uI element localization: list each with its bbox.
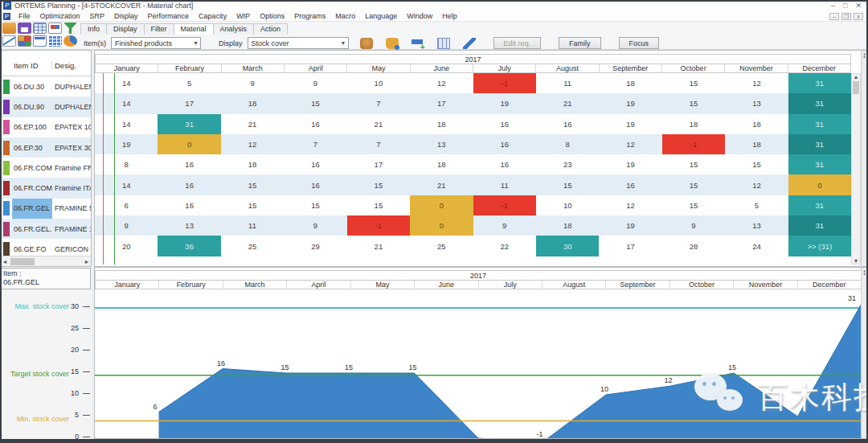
stock-cover-cell[interactable]: 8 <box>95 154 158 174</box>
scroll-right-icon[interactable]: ► <box>83 259 91 265</box>
mdi-minimize-icon[interactable]: – <box>829 13 839 20</box>
item-id-cell[interactable]: 06.FR.COMI <box>12 158 52 178</box>
stock-cover-cell[interactable]: 15 <box>536 174 599 195</box>
month-header-cell[interactable]: August <box>535 64 598 72</box>
stock-jar-icon[interactable] <box>360 38 373 49</box>
item-id-cell[interactable]: 06.FR.COMI <box>12 178 52 198</box>
month-header-cell[interactable]: January <box>96 281 158 289</box>
document-icon[interactable]: P <box>3 13 10 20</box>
stock-cover-cell[interactable]: -1 <box>347 215 410 236</box>
item-desig-cell[interactable]: EPATEX 300 <box>52 144 91 152</box>
close-icon[interactable]: ✕ <box>855 2 862 10</box>
item-desig-cell[interactable]: Framine FRANCE <box>52 164 91 172</box>
stock-cover-cell[interactable]: 8 <box>536 134 599 154</box>
stock-cover-cell[interactable]: -1 <box>473 195 536 215</box>
item-desig-cell[interactable]: FRAMINE 500 Ca <box>52 204 91 212</box>
stock-cover-cell[interactable]: 28 <box>662 236 725 256</box>
table-row[interactable]: 14161516152111151615120 <box>95 174 851 195</box>
tab-material[interactable]: Material <box>174 23 214 35</box>
menu-item-file[interactable]: File <box>14 12 35 20</box>
stock-cover-cell[interactable]: >> (31) <box>788 236 851 256</box>
stock-cover-cell[interactable]: 18 <box>725 114 788 134</box>
stock-cover-cell[interactable]: 15 <box>347 174 410 195</box>
month-header-cell[interactable]: February <box>158 64 220 72</box>
table-row[interactable]: 6161515150-1101215531 <box>95 195 851 215</box>
stock-cover-cell[interactable]: 16 <box>284 174 346 195</box>
stock-cover-cell[interactable]: 21 <box>347 114 410 134</box>
display-select[interactable]: Stock cover ▼ <box>248 37 349 49</box>
stock-cover-area-chart[interactable]: 616151515-110121531 <box>95 289 862 438</box>
resize-vertical-icon[interactable]: ↕ <box>862 268 867 277</box>
tab-info[interactable]: Info <box>80 23 107 35</box>
stock-cover-cell[interactable]: 31 <box>788 195 851 215</box>
stock-cover-cell[interactable]: 15 <box>284 93 346 113</box>
menu-item-srp[interactable]: SRP <box>85 12 110 20</box>
window-layout-icon[interactable] <box>33 35 47 47</box>
stock-cover-cell[interactable]: 16 <box>158 154 220 174</box>
stock-cover-cell[interactable]: 30 <box>536 236 599 256</box>
table-row[interactable]: 143121162118161619181831 <box>95 114 851 134</box>
stock-cover-cell[interactable]: 31 <box>158 114 220 134</box>
stock-cover-cell[interactable]: 21 <box>410 174 473 195</box>
stock-cover-cell[interactable]: 15 <box>662 195 725 215</box>
stock-cover-cell[interactable]: 6 <box>95 195 158 215</box>
stock-cover-cell[interactable]: 18 <box>662 114 725 134</box>
stock-cover-cell[interactable]: 7 <box>347 93 410 113</box>
menu-item-macro[interactable]: Macro <box>330 12 360 20</box>
wrench-icon[interactable] <box>463 38 476 49</box>
stock-cover-cell[interactable]: 25 <box>410 236 473 256</box>
month-header-cell[interactable]: July <box>478 281 542 289</box>
mdi-close-icon[interactable]: x <box>854 13 863 20</box>
month-header-cell[interactable]: July <box>473 64 535 72</box>
table-grid-icon[interactable] <box>48 35 62 47</box>
item-list-hscrollbar[interactable]: ◄ ► <box>1 256 91 266</box>
stock-cover-cell[interactable]: 11 <box>536 73 599 93</box>
table-splitter[interactable]: ↕ <box>861 51 867 266</box>
stock-cover-cell[interactable]: 15 <box>221 174 284 195</box>
resource-grid-icon[interactable] <box>18 35 31 47</box>
stock-cover-cell[interactable]: 16 <box>158 195 220 215</box>
stock-cover-cell[interactable]: 19 <box>95 134 158 154</box>
stock-cover-cell[interactable]: 0 <box>410 195 473 215</box>
item-list-row[interactable]: 06.FR.COMIFramine ITALIE <box>1 178 91 198</box>
month-header-cell[interactable]: October <box>661 64 724 72</box>
item-list-row[interactable]: 06.FR.GEL.FRAMINE 1000 C <box>1 219 91 239</box>
menu-item-help[interactable]: Help <box>437 12 462 20</box>
stock-cover-cell[interactable]: 19 <box>599 93 661 113</box>
stock-cover-cell[interactable]: 22 <box>473 236 536 256</box>
stock-cover-cell[interactable]: 12 <box>410 73 473 93</box>
stock-cover-cell[interactable]: 0 <box>788 174 851 195</box>
stock-cover-cell[interactable]: 18 <box>725 134 788 154</box>
item-list-row[interactable]: 06.DU.30DUPHALEN 300 <box>1 76 91 96</box>
stock-cover-cell[interactable]: 13 <box>725 215 788 236</box>
stock-cover-cell[interactable]: 12 <box>725 73 788 93</box>
focus-button[interactable]: Focus <box>619 37 660 49</box>
mdi-restore-icon[interactable]: ❐ <box>841 13 851 20</box>
stock-cover-cell[interactable]: 21 <box>221 114 284 134</box>
month-header-cell[interactable]: February <box>158 281 222 289</box>
hscroll-thumb[interactable] <box>10 258 35 265</box>
stock-cover-cell[interactable]: 19 <box>599 215 661 236</box>
stock-cover-cell[interactable]: 13 <box>725 93 788 113</box>
stock-cover-cell[interactable]: 18 <box>410 114 473 134</box>
chart-splitter[interactable]: ↕ <box>861 268 867 438</box>
stock-cover-cell[interactable]: 21 <box>347 236 410 256</box>
month-header-cell[interactable]: November <box>724 64 787 72</box>
stock-cover-cell[interactable]: 24 <box>725 236 788 256</box>
stock-cover-cell[interactable]: 7 <box>284 134 346 154</box>
scroll-left-icon[interactable]: ◄ <box>1 259 9 265</box>
stock-cover-cell[interactable]: 11 <box>473 174 536 195</box>
stock-cover-cell[interactable]: 19 <box>473 93 536 113</box>
month-header-cell[interactable]: March <box>221 64 284 72</box>
tab-analysis[interactable]: Analysis <box>213 23 255 35</box>
calculator-icon[interactable] <box>33 23 47 34</box>
stock-cover-cell[interactable]: 17 <box>599 236 661 256</box>
table-row[interactable]: 81618161718162319151531 <box>95 154 851 174</box>
menu-item-programs[interactable]: Programs <box>289 12 330 20</box>
trend-chart-icon[interactable] <box>2 35 16 47</box>
stock-cover-cell[interactable]: 17 <box>158 93 220 113</box>
stock-cover-cell[interactable]: 0 <box>410 215 473 236</box>
stock-cover-cell[interactable]: 9 <box>284 215 346 236</box>
menu-item-window[interactable]: Window <box>402 12 437 20</box>
menu-item-display[interactable]: Display <box>109 12 143 20</box>
